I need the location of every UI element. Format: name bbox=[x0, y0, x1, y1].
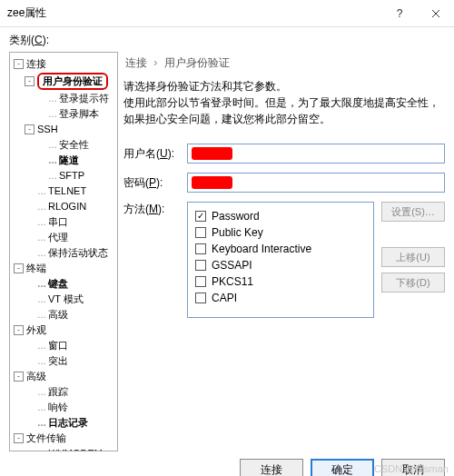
expand-icon[interactable]: - bbox=[25, 76, 35, 86]
tree-node[interactable]: 响铃 bbox=[10, 400, 117, 415]
main-area: -连接-用户身份验证登录提示符登录脚本-SSH安全性隧道SFTPTELNETRL… bbox=[0, 52, 454, 451]
checkbox-icon[interactable] bbox=[195, 243, 206, 254]
username-field[interactable] bbox=[187, 144, 445, 164]
tree-node-label: 保持活动状态 bbox=[37, 246, 108, 260]
tree-node[interactable]: -终端 bbox=[10, 261, 117, 276]
method-label: 方法(M): bbox=[123, 202, 187, 217]
method-item[interactable]: PKCS11 bbox=[195, 273, 366, 290]
tree-node[interactable]: 串口 bbox=[10, 214, 117, 230]
redacted-icon bbox=[192, 147, 232, 160]
password-label: 密码(P): bbox=[123, 175, 187, 191]
tree-node[interactable]: 日志记录 bbox=[10, 415, 117, 431]
tree-node[interactable]: 键盘 bbox=[10, 276, 117, 292]
tree-node[interactable]: VT 模式 bbox=[10, 292, 117, 307]
expand-icon[interactable]: - bbox=[25, 124, 35, 134]
method-item[interactable]: GSSAPI bbox=[195, 257, 366, 273]
tree-node-label: 终端 bbox=[26, 262, 46, 275]
tree-node[interactable]: RLOGIN bbox=[10, 199, 117, 214]
watermark: CSDN @Bisman bbox=[374, 463, 449, 474]
chevron-right-icon: › bbox=[153, 56, 157, 69]
password-field[interactable] bbox=[187, 173, 445, 193]
tree-node[interactable]: 跟踪 bbox=[10, 384, 117, 400]
tree-node[interactable]: SFTP bbox=[10, 168, 117, 183]
move-up-button[interactable]: 上移(U) bbox=[381, 247, 445, 267]
tree-node-label: 隧道 bbox=[48, 154, 79, 167]
method-item[interactable]: Public Key bbox=[195, 224, 366, 241]
tree-node[interactable]: 窗口 bbox=[10, 338, 117, 353]
tree-node-label: 外观 bbox=[26, 323, 46, 337]
tree-node[interactable]: -高级 bbox=[10, 369, 117, 384]
expand-icon[interactable]: - bbox=[14, 325, 24, 335]
tree-node-label: SFTP bbox=[48, 169, 84, 183]
settings-panel: 连接 › 用户身份验证 请选择身份验证方法和其它参数。 使用此部分以节省登录时间… bbox=[123, 52, 445, 451]
method-item[interactable]: Keyboard Interactive bbox=[195, 241, 366, 257]
method-list[interactable]: ✓PasswordPublic KeyKeyboard InteractiveG… bbox=[187, 202, 374, 318]
tree-node-label: 日志记录 bbox=[37, 416, 88, 430]
help-button[interactable]: ? bbox=[381, 0, 418, 27]
category-tree[interactable]: -连接-用户身份验证登录提示符登录脚本-SSH安全性隧道SFTPTELNETRL… bbox=[9, 52, 118, 451]
checkbox-icon[interactable] bbox=[195, 227, 206, 238]
tree-node[interactable]: TELNET bbox=[10, 183, 117, 199]
tree-node-label: VT 模式 bbox=[37, 293, 84, 306]
tree-node-label: 高级 bbox=[26, 370, 46, 383]
tree-node-label: 用户身份验证 bbox=[37, 73, 108, 90]
tree-node[interactable]: 保持活动状态 bbox=[10, 245, 117, 261]
method-item-label: Password bbox=[212, 208, 260, 224]
tree-node-label: SSH bbox=[37, 123, 58, 136]
tree-node-label: 连接 bbox=[26, 57, 46, 71]
tree-node-label: X/YMODEM bbox=[37, 447, 103, 451]
checkbox-icon[interactable] bbox=[195, 276, 206, 287]
close-button[interactable] bbox=[418, 0, 454, 27]
tree-node[interactable]: 登录脚本 bbox=[10, 106, 117, 122]
checkbox-icon[interactable] bbox=[195, 260, 206, 271]
ok-button[interactable]: 确定 bbox=[311, 459, 374, 476]
redacted-icon bbox=[192, 176, 232, 189]
tree-node-label: 串口 bbox=[37, 215, 68, 229]
tree-node[interactable]: -SSH bbox=[10, 122, 117, 137]
tree-node[interactable]: -用户身份验证 bbox=[10, 72, 117, 91]
tree-node-label: 登录脚本 bbox=[48, 107, 99, 121]
expand-icon[interactable]: - bbox=[14, 59, 24, 69]
setup-button[interactable]: 设置(S)… bbox=[381, 202, 445, 222]
method-item-label: GSSAPI bbox=[212, 257, 252, 273]
tree-node-label: 登录提示符 bbox=[48, 92, 109, 105]
tree-node-label: 文件传输 bbox=[26, 431, 66, 445]
checkbox-icon[interactable] bbox=[195, 293, 206, 303]
breadcrumb: 连接 › 用户身份验证 bbox=[123, 52, 445, 78]
tree-node-label: 跟踪 bbox=[37, 385, 68, 399]
breadcrumb-root: 连接 bbox=[125, 56, 147, 69]
method-item-label: Keyboard Interactive bbox=[212, 241, 311, 257]
tree-node[interactable]: -文件传输 bbox=[10, 431, 117, 446]
tree-node[interactable]: 安全性 bbox=[10, 137, 117, 153]
auth-form: 用户名(U): 密码(P): 方法(M): ✓PasswordPublic Ke… bbox=[123, 144, 445, 318]
tree-node[interactable]: -外观 bbox=[10, 322, 117, 338]
close-icon bbox=[431, 9, 440, 18]
tree-node-label: 窗口 bbox=[37, 339, 68, 352]
tree-node-label: 高级 bbox=[37, 308, 68, 322]
checkbox-icon[interactable]: ✓ bbox=[195, 211, 206, 222]
tree-node[interactable]: 高级 bbox=[10, 307, 117, 322]
move-down-button[interactable]: 下移(D) bbox=[381, 273, 445, 293]
category-label: 类别(C): bbox=[0, 27, 454, 52]
window-title: zee属性 bbox=[7, 5, 381, 21]
tree-node-label: 突出 bbox=[37, 354, 68, 368]
connect-button[interactable]: 连接 bbox=[240, 459, 303, 476]
tree-node[interactable]: 登录提示符 bbox=[10, 91, 117, 106]
expand-icon[interactable]: - bbox=[14, 263, 24, 273]
tree-node-label: 安全性 bbox=[48, 138, 89, 152]
tree-node[interactable]: 代理 bbox=[10, 230, 117, 245]
expand-icon[interactable]: - bbox=[14, 433, 24, 443]
expand-icon[interactable]: - bbox=[14, 372, 24, 382]
tree-node-label: RLOGIN bbox=[37, 200, 86, 213]
tree-node[interactable]: 突出 bbox=[10, 353, 117, 369]
tree-node-label: 响铃 bbox=[37, 401, 68, 414]
tree-node-label: 键盘 bbox=[37, 277, 68, 291]
method-item[interactable]: ✓Password bbox=[195, 208, 366, 224]
tree-node[interactable]: -连接 bbox=[10, 56, 117, 72]
tree-node[interactable]: X/YMODEM bbox=[10, 446, 117, 451]
tree-node[interactable]: 隧道 bbox=[10, 153, 117, 168]
titlebar: zee属性 ? bbox=[0, 0, 454, 27]
method-item-label: PKCS11 bbox=[212, 273, 253, 290]
method-item[interactable]: CAPI bbox=[195, 290, 366, 306]
username-label: 用户名(U): bbox=[123, 146, 187, 162]
